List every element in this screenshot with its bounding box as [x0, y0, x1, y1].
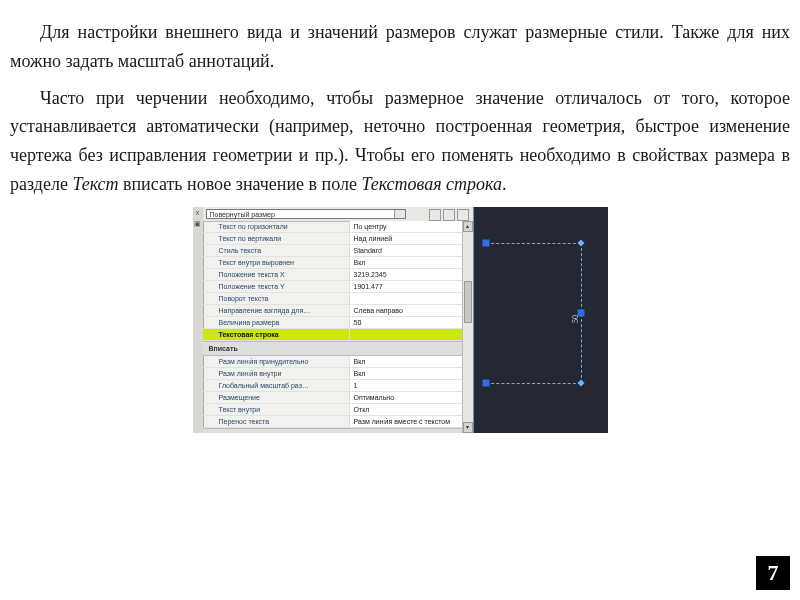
pickadd-button[interactable]: [443, 209, 455, 221]
property-row[interactable]: Перенос текстаРазм лини́я вместе с текст…: [203, 416, 473, 428]
property-value[interactable]: Над линией: [349, 233, 473, 244]
property-label: Текстовая строка: [203, 329, 349, 340]
property-label: Величина размера: [203, 317, 349, 328]
property-label: Разм лини́я принудительно: [203, 356, 349, 367]
dim-arrow: [577, 379, 584, 386]
property-value[interactable]: 1: [349, 380, 473, 391]
property-label: Положение текста Y: [203, 281, 349, 292]
dim-grip: [482, 239, 489, 246]
scroll-up-icon[interactable]: ▴: [463, 221, 473, 232]
property-row[interactable]: Величина размера50: [203, 317, 473, 329]
property-value[interactable]: Вкл: [349, 356, 473, 367]
property-label: Разм лини́я внутри: [203, 368, 349, 379]
property-value[interactable]: Разм лини́я вместе с текстом: [349, 416, 473, 427]
property-row[interactable]: Положение текста X3219.2345: [203, 269, 473, 281]
property-value[interactable]: 3219.2345: [349, 269, 473, 280]
scroll-thumb[interactable]: [464, 281, 472, 323]
property-value[interactable]: Вкл: [349, 368, 473, 379]
combo-text: Повернутый размер: [210, 211, 275, 218]
dimension-value: 50: [570, 315, 583, 323]
property-value[interactable]: [349, 293, 473, 304]
property-value[interactable]: Слева направо: [349, 305, 473, 316]
property-label: Направление взгляда для…: [203, 305, 349, 316]
select-objects-button[interactable]: [457, 209, 469, 221]
property-value[interactable]: Вкл: [349, 257, 473, 268]
property-label: Положение текста X: [203, 269, 349, 280]
property-row[interactable]: Направление взгляда для…Слева направо: [203, 305, 473, 317]
property-label: Стиль текста: [203, 245, 349, 256]
property-row[interactable]: Текстовая строка: [203, 329, 473, 341]
property-row[interactable]: Текст по вертикалиНад линией: [203, 233, 473, 245]
property-label: Текст по горизонтали: [203, 221, 349, 232]
property-row[interactable]: Текст внутри выровненВкл: [203, 257, 473, 269]
drawing-canvas: 50: [473, 207, 608, 433]
property-section-header[interactable]: Вписать: [203, 341, 473, 356]
property-row[interactable]: Разм лини́я внутриВкл: [203, 368, 473, 380]
quick-select-button[interactable]: [429, 209, 441, 221]
property-value[interactable]: Откл: [349, 404, 473, 415]
p2-italic-2: Текстовая строка: [361, 174, 502, 194]
property-label: Перенос текста: [203, 416, 349, 427]
property-row[interactable]: Текст внутриОткл: [203, 404, 473, 416]
object-type-combobox[interactable]: Повернутый размер: [206, 209, 406, 219]
p2-text-c: .: [502, 174, 507, 194]
p2-text-b: вписать новое значение в поле: [118, 174, 361, 194]
property-value[interactable]: По центру: [349, 221, 473, 232]
p2-italic-1: Текст: [72, 174, 118, 194]
paragraph-1: Для настройки внешнего вида и значений р…: [10, 18, 790, 76]
property-row[interactable]: Поворот текста: [203, 293, 473, 305]
property-label: Текст внутри выровнен: [203, 257, 349, 268]
property-label: Текст внутри: [203, 404, 349, 415]
property-row[interactable]: Положение текста Y1901.477: [203, 281, 473, 293]
scroll-down-icon[interactable]: ▾: [463, 422, 473, 433]
property-section-header[interactable]: Основные единицы: [203, 428, 473, 433]
page-number: 7: [756, 556, 790, 590]
property-row[interactable]: Разм лини́я принудительноВкл: [203, 356, 473, 368]
property-label: Текст по вертикали: [203, 233, 349, 244]
panel-scrollbar[interactable]: ▴ ▾: [462, 221, 473, 433]
property-row[interactable]: Текст по горизонталиПо центру: [203, 221, 473, 233]
property-row[interactable]: РазмещениеОптимально: [203, 392, 473, 404]
property-row[interactable]: Глобальный масштаб раз…1: [203, 380, 473, 392]
property-value[interactable]: 50: [349, 317, 473, 328]
dim-arrow: [577, 239, 584, 246]
chevron-down-icon: [394, 210, 405, 218]
property-value[interactable]: [349, 329, 473, 340]
property-row[interactable]: Стиль текстаStandard: [203, 245, 473, 257]
property-label: Размещение: [203, 392, 349, 403]
property-value[interactable]: Standard: [349, 245, 473, 256]
property-value[interactable]: Оптимально: [349, 392, 473, 403]
property-value[interactable]: 1901.477: [349, 281, 473, 292]
properties-panel: x ▣ Повернутый размер Текст по горизонта…: [193, 207, 474, 433]
paragraph-2: Часто при черчении необходимо, чтобы раз…: [10, 84, 790, 199]
property-label: Поворот текста: [203, 293, 349, 304]
property-label: Глобальный масштаб раз…: [203, 380, 349, 391]
properties-screenshot: 50 x ▣ Повернутый размер Текст по горизо…: [193, 207, 608, 433]
dim-grip: [482, 379, 489, 386]
